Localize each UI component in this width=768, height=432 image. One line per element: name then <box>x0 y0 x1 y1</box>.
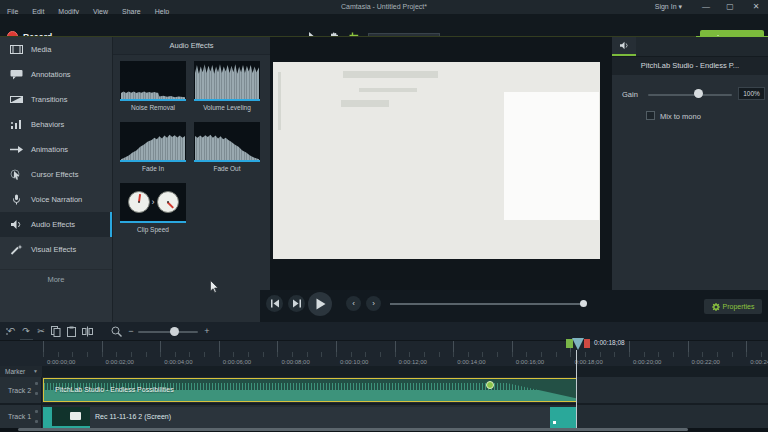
track-2-header[interactable]: Track 2 <box>0 377 42 403</box>
canvas-content-smudge <box>278 72 281 130</box>
playback-zoom-slider[interactable] <box>390 303 585 305</box>
camtasia-window: FileEditModifyViewShareHelp Camtasia - U… <box>0 0 768 432</box>
sign-in-button[interactable]: Sign In ▾ <box>655 0 682 14</box>
clip-thumbnail <box>52 407 90 428</box>
ruler-timestamp: 0:00:00;00 <box>47 359 75 365</box>
ruler-timestamp: 0:00:20;00 <box>633 359 661 365</box>
prev-clip-button[interactable]: ‹ <box>346 296 361 311</box>
close-button[interactable]: ✕ <box>748 0 764 14</box>
track-row: Track 1 Rec 11-11-16 2 (Screen) <box>0 403 768 428</box>
ruler-timestamp: 0:00:22;00 <box>692 359 720 365</box>
clip-end-marker <box>553 421 556 424</box>
video-canvas[interactable] <box>273 62 600 259</box>
effect-tile-label: Volume Leveling <box>194 104 260 111</box>
sidebar-item[interactable]: Voice Narration <box>0 187 112 212</box>
clip-properties-panel: PitchLab Studio - Endless P... Gain 100%… <box>612 37 768 290</box>
menu-bar: FileEditModifyViewShareHelp Camtasia - U… <box>0 0 768 15</box>
marker-dropdown[interactable]: Marker ▼ <box>0 366 42 377</box>
step-back-button[interactable] <box>266 295 283 312</box>
properties-button[interactable]: Properties <box>704 299 762 314</box>
video-clip-label: Rec 11-11-16 2 (Screen) <box>95 413 171 420</box>
effect-tile[interactable]: › Noise Removal <box>120 61 186 111</box>
effect-tile[interactable]: › Fade Out <box>194 122 260 172</box>
paste-icon[interactable] <box>65 325 77 337</box>
effect-tile[interactable]: › Volume Leveling <box>194 61 260 111</box>
zoom-out-button[interactable]: − <box>125 325 137 337</box>
timeline-scrollbar-thumb[interactable] <box>18 428 688 431</box>
redo-icon[interactable]: ↷ <box>20 325 32 337</box>
audio-effects-panel: Audio Effects › Noise Removal <box>112 37 270 322</box>
track-1-header[interactable]: Track 1 <box>0 405 42 428</box>
track-lock-icon[interactable] <box>35 382 38 385</box>
effect-tile[interactable]: › Fade In <box>120 122 186 172</box>
cursor-effects-icon <box>10 169 23 181</box>
mix-to-mono-checkbox[interactable] <box>646 111 655 120</box>
timeline-zoom-slider[interactable] <box>138 331 198 333</box>
undo-icon[interactable]: ↶ <box>5 325 17 337</box>
sidebar-item[interactable]: Transitions <box>0 87 112 112</box>
canvas-content-smudge <box>341 100 389 107</box>
sidebar-item[interactable]: Media <box>0 37 112 62</box>
panel-title: Audio Effects <box>113 37 270 55</box>
canvas-area <box>270 37 612 290</box>
animations-icon <box>10 144 23 156</box>
timeline-zoom-slider-thumb[interactable] <box>170 327 179 336</box>
play-button[interactable] <box>308 292 332 316</box>
video-clip[interactable]: Rec 11-11-16 2 (Screen) <box>43 407 577 428</box>
record-toolbar: Record 50% ▾ Share <box>0 14 768 36</box>
cut-icon[interactable]: ✂ <box>35 325 47 337</box>
effect-tile-label: Fade In <box>120 165 186 172</box>
track-visibility-icon[interactable] <box>35 420 38 423</box>
timeline-zoom-icon[interactable] <box>110 325 122 337</box>
waveform-preview <box>195 62 259 99</box>
playhead-in-handle[interactable] <box>566 339 573 348</box>
zoom-in-button[interactable]: + <box>201 325 213 337</box>
maximize-button[interactable]: ▢ <box>722 0 738 14</box>
ruler-timestamp: 0:00:06;00 <box>223 359 251 365</box>
playback-bar: ‹ › Properties <box>260 290 768 322</box>
copy-icon[interactable] <box>50 325 62 337</box>
next-clip-button[interactable]: › <box>366 296 381 311</box>
effect-tile-label: Fade Out <box>194 165 260 172</box>
sidebar-more-button[interactable]: More <box>0 269 112 284</box>
track-lock-icon[interactable] <box>35 410 38 413</box>
gain-slider-thumb[interactable] <box>694 89 703 98</box>
sidebar-item[interactable]: Behaviors <box>0 112 112 137</box>
sidebar-item[interactable]: Cursor Effects <box>0 162 112 187</box>
split-icon[interactable] <box>81 325 93 337</box>
sidebar-item[interactable]: Audio Effects <box>0 212 112 237</box>
ruler-timestamp: 0:00:14;00 <box>457 359 485 365</box>
playback-zoom-slider-thumb[interactable] <box>580 300 587 307</box>
quiz-toggle-icon[interactable] <box>6 333 8 335</box>
clock-icon <box>128 191 150 213</box>
tab-audio[interactable] <box>612 37 636 56</box>
gain-slider[interactable] <box>648 94 732 96</box>
visual-effects-icon <box>10 244 23 256</box>
playhead-line[interactable] <box>576 350 577 428</box>
sidebar-item[interactable]: Visual Effects <box>0 237 112 262</box>
snap-toggle-icon[interactable] <box>6 328 8 330</box>
tools-sidebar: Media Annotations Transitions Behaviors … <box>0 37 112 322</box>
fade-handle[interactable] <box>486 381 494 389</box>
sidebar-item[interactable]: Annotations <box>0 62 112 87</box>
arrow-right-icon: › <box>152 197 155 207</box>
audio-clip-label: PitchLab Studio - Endless Possibilities <box>55 386 174 393</box>
waveform-preview <box>121 123 185 160</box>
gear-icon <box>712 303 720 311</box>
ruler-timestamp: 0:00:12;00 <box>399 359 427 365</box>
timeline-ruler[interactable]: 0:00:00;000:00:02;000:00:04;000:00:06;00… <box>0 340 768 367</box>
gain-value-field[interactable]: 100% <box>738 87 765 100</box>
track-visibility-icon[interactable] <box>35 392 38 395</box>
transitions-icon <box>10 94 23 106</box>
playhead-out-handle[interactable] <box>584 339 590 348</box>
step-forward-button[interactable] <box>288 295 305 312</box>
effect-tile-label: Noise Removal <box>120 104 186 111</box>
minimize-button[interactable]: — <box>698 0 714 14</box>
effect-tile-label: Clip Speed <box>120 226 186 233</box>
chevron-down-icon: ▼ <box>33 366 38 377</box>
ruler-timestamp: 0:00:16;00 <box>516 359 544 365</box>
audio-clip[interactable]: PitchLab Studio - Endless Possibilities <box>43 378 577 402</box>
media-icon <box>10 44 23 56</box>
sidebar-item[interactable]: Animations <box>0 137 112 162</box>
effect-tile[interactable]: › Clip Speed <box>120 183 186 233</box>
